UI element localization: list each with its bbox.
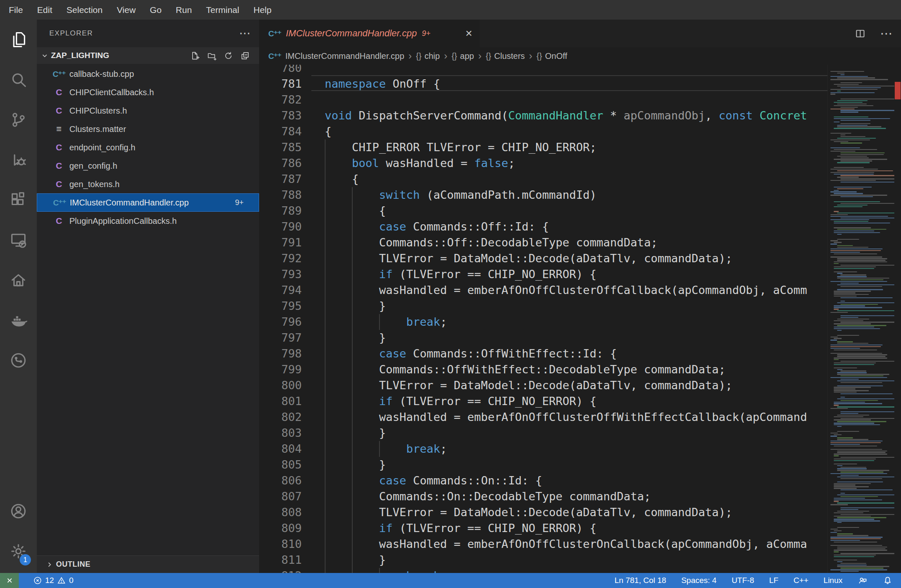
menu-item-terminal[interactable]: Terminal	[199, 0, 246, 20]
line-number[interactable]: 802	[259, 409, 302, 425]
breadcrumb-item-clusters[interactable]: {}Clusters	[486, 51, 525, 61]
line-number[interactable]: 803	[259, 425, 302, 441]
code-line-792[interactable]: TLVError = DataModel::Decode(aDataTlv, c…	[325, 251, 732, 266]
line-number[interactable]: 794	[259, 282, 302, 298]
menu-item-run[interactable]: Run	[169, 0, 199, 20]
remote-indicator[interactable]	[0, 573, 19, 588]
code-line-795[interactable]: }	[325, 298, 386, 314]
activity-docker[interactable]	[0, 300, 37, 340]
line-number[interactable]: 801	[259, 393, 302, 409]
problems-status[interactable]: 12 0	[33, 576, 74, 585]
activity-extensions[interactable]	[0, 180, 37, 220]
status-indentation[interactable]: Spaces: 4	[681, 576, 717, 585]
code-line-787[interactable]: {	[325, 171, 359, 187]
breadcrumb-item-imclustercommandhandler-cpp[interactable]: C⁺⁺IMClusterCommandHandler.cpp	[268, 51, 404, 61]
more-actions-icon[interactable]: ⋯	[880, 29, 893, 38]
line-number[interactable]: 807	[259, 489, 302, 504]
activity-settings[interactable]: 1	[0, 531, 37, 571]
status-os[interactable]: Linux	[824, 576, 842, 585]
menu-item-file[interactable]: File	[2, 0, 30, 20]
activity-remote-explorer[interactable]	[0, 220, 37, 260]
activity-account[interactable]	[0, 491, 37, 531]
line-number[interactable]: 781	[259, 76, 302, 92]
line-number[interactable]: 793	[259, 266, 302, 282]
code-line-796[interactable]: break;	[325, 314, 447, 330]
editor-scrollbar[interactable]	[894, 65, 901, 573]
code-line-806[interactable]: case Commands::On::Id: {	[325, 473, 542, 489]
line-number[interactable]: 799	[259, 362, 302, 378]
code-line-811[interactable]: }	[325, 552, 386, 568]
outline-section[interactable]: OUTLINE	[37, 555, 259, 573]
code-line-799[interactable]: Commands::OffWithEffect::DecodableType c…	[325, 362, 725, 378]
line-number[interactable]: 805	[259, 457, 302, 473]
code-line-793[interactable]: if (TLVError == CHIP_NO_ERROR) {	[325, 266, 596, 282]
code-line-790[interactable]: case Commands::Off::Id: {	[325, 219, 549, 235]
code-line-802[interactable]: wasHandled = emberAfOnOffClusterOffWithE…	[325, 409, 807, 425]
code-line-789[interactable]: {	[325, 203, 386, 219]
code-line-788[interactable]: switch (aCommandPath.mCommandId)	[325, 187, 596, 203]
file-item-gen-tokens-h[interactable]: Cgen_tokens.h	[37, 175, 259, 193]
line-number[interactable]: 787	[259, 171, 302, 187]
line-number[interactable]: 784	[259, 124, 302, 139]
line-number[interactable]: 780	[259, 65, 302, 76]
folder-section-header[interactable]: ZAP_LIGHTING	[37, 47, 259, 64]
code-line-800[interactable]: TLVError = DataModel::Decode(aDataTlv, c…	[325, 378, 732, 393]
code-line-801[interactable]: if (TLVError == CHIP_NO_ERROR) {	[325, 393, 596, 409]
code-line-798[interactable]: case Commands::OffWithEffect::Id: {	[325, 346, 617, 362]
line-number[interactable]: 790	[259, 219, 302, 235]
collapse-all-icon[interactable]	[240, 51, 250, 61]
file-item-pluginapplicationcallbacks-h[interactable]: CPluginApplicationCallbacks.h	[37, 212, 259, 230]
line-number[interactable]: 782	[259, 92, 302, 108]
menu-item-view[interactable]: View	[109, 0, 143, 20]
breadcrumb-item-app[interactable]: {}app	[451, 51, 474, 61]
feedback-button[interactable]	[858, 575, 868, 585]
code-line-785[interactable]: CHIP_ERROR TLVError = CHIP_NO_ERROR;	[325, 139, 596, 155]
code-line-786[interactable]: bool wasHandled = false;	[325, 155, 515, 171]
code-line-781[interactable]: namespace OnOff {	[325, 76, 440, 92]
file-item-endpoint-config-h[interactable]: Cendpoint_config.h	[37, 138, 259, 157]
file-item-chipclusters-h[interactable]: CCHIPClusters.h	[37, 101, 259, 120]
file-item-chipclientcallbacks-h[interactable]: CCHIPClientCallbacks.h	[37, 83, 259, 101]
line-number[interactable]: 783	[259, 108, 302, 124]
line-number[interactable]: 791	[259, 235, 302, 251]
file-item-gen-config-h[interactable]: Cgen_config.h	[37, 157, 259, 175]
menu-item-edit[interactable]: Edit	[30, 0, 59, 20]
line-number[interactable]: 792	[259, 251, 302, 266]
code-line-805[interactable]: }	[325, 457, 386, 473]
minimap[interactable]	[827, 65, 894, 573]
close-icon[interactable]: ×	[466, 28, 472, 39]
code-line-783[interactable]: void DispatchServerCommand(CommandHandle…	[325, 108, 807, 124]
code-editor[interactable]: 780781namespace OnOff {782783void Dispat…	[259, 65, 827, 573]
line-number[interactable]: 804	[259, 441, 302, 457]
activity-explorer[interactable]	[0, 20, 37, 60]
line-number[interactable]: 796	[259, 314, 302, 330]
refresh-icon[interactable]	[223, 51, 233, 61]
line-number[interactable]: 797	[259, 330, 302, 346]
line-number[interactable]: 806	[259, 473, 302, 489]
file-item-callback-stub-cpp[interactable]: C⁺⁺callback-stub.cpp	[37, 65, 259, 83]
menu-item-go[interactable]: Go	[143, 0, 169, 20]
activity-home[interactable]	[0, 260, 37, 300]
line-number[interactable]: 795	[259, 298, 302, 314]
line-number[interactable]: 810	[259, 536, 302, 552]
line-number[interactable]: 809	[259, 520, 302, 536]
line-number[interactable]: 808	[259, 504, 302, 520]
new-folder-icon[interactable]	[206, 51, 216, 61]
line-number[interactable]: 786	[259, 155, 302, 171]
line-number[interactable]: 788	[259, 187, 302, 203]
code-line-807[interactable]: Commands::On::DecodableType commandData;	[325, 489, 651, 504]
activity-search[interactable]	[0, 60, 37, 100]
status-language-mode[interactable]: C++	[794, 576, 809, 585]
status-cursor-position[interactable]: Ln 781, Col 18	[615, 576, 667, 585]
status-eol[interactable]: LF	[769, 576, 778, 585]
code-line-804[interactable]: break;	[325, 441, 447, 457]
code-line-810[interactable]: wasHandled = emberAfOnOffClusterOnCallba…	[325, 536, 807, 552]
file-item-clusters-matter[interactable]: ≡Clusters.matter	[37, 120, 259, 138]
code-line-803[interactable]: }	[325, 425, 386, 441]
code-line-791[interactable]: Commands::Off::DecodableType commandData…	[325, 235, 658, 251]
activity-source-control[interactable]	[0, 100, 37, 140]
more-actions-icon[interactable]: ⋯	[239, 29, 251, 38]
new-file-icon[interactable]	[190, 51, 200, 61]
code-line-812[interactable]: break;	[325, 568, 447, 573]
status-encoding[interactable]: UTF-8	[732, 576, 754, 585]
